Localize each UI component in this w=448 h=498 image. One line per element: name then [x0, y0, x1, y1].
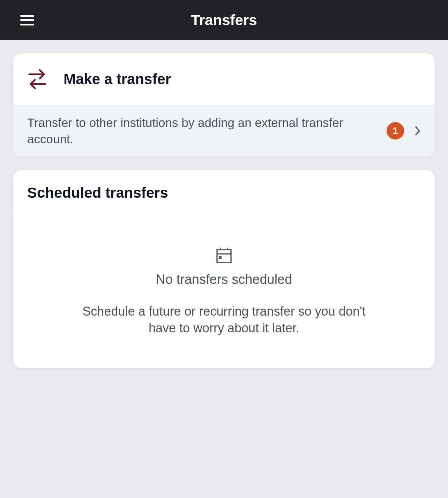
scheduled-transfers-card: Scheduled transfers No transfers schedul… — [13, 170, 435, 368]
scheduled-transfers-title: Scheduled transfers — [27, 184, 421, 201]
chevron-right-icon — [415, 126, 421, 136]
swap-arrows-icon — [27, 68, 47, 90]
svg-rect-4 — [219, 256, 222, 259]
make-transfer-card: Make a transfer Transfer to other instit… — [13, 53, 435, 157]
content-area: Make a transfer Transfer to other instit… — [0, 40, 448, 395]
menu-button[interactable] — [20, 15, 34, 25]
external-transfer-row[interactable]: Transfer to other institutions by adding… — [13, 105, 435, 157]
empty-state-description: Schedule a future or recurring transfer … — [81, 303, 367, 337]
make-transfer-header[interactable]: Make a transfer — [13, 53, 435, 105]
external-transfer-text: Transfer to other institutions by adding… — [27, 114, 380, 148]
empty-state-title: No transfers scheduled — [34, 272, 414, 287]
calendar-icon — [216, 247, 232, 264]
scheduled-empty-state: No transfers scheduled Schedule a future… — [13, 212, 435, 368]
scheduled-transfers-header: Scheduled transfers — [13, 170, 435, 212]
page-title: Transfers — [191, 12, 257, 29]
app-header: Transfers — [0, 0, 448, 40]
notification-badge: 1 — [387, 122, 404, 139]
make-transfer-title: Make a transfer — [64, 71, 171, 88]
